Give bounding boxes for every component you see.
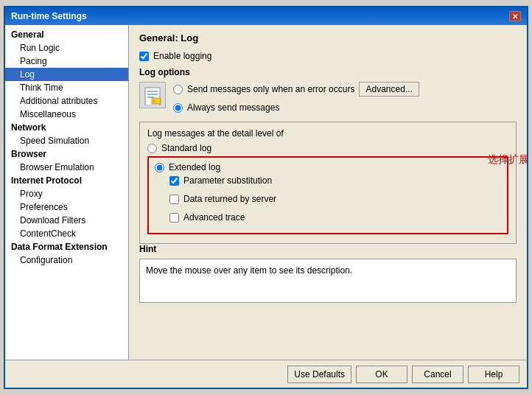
extended-log-box: Extended log Parameter substitution Data… (147, 156, 508, 234)
log-options-row: ! Send messages only when an error occur… (139, 82, 517, 116)
title-bar: Run-time Settings ✕ (5, 7, 527, 25)
sidebar-item-browser-emulation[interactable]: Browser Emulation (5, 161, 128, 174)
main-window: Run-time Settings ✕ General Run Logic Pa… (4, 6, 528, 389)
close-button[interactable]: ✕ (509, 11, 521, 21)
sidebar-item-think-time[interactable]: Think Time (5, 81, 128, 94)
sidebar-item-browser[interactable]: Browser (5, 147, 128, 161)
sidebar-item-run-logic[interactable]: Run Logic (5, 41, 128, 55)
radio-error-only[interactable] (173, 85, 183, 94)
radio-always-label: Always send messages (187, 102, 279, 113)
sidebar-item-speed-simulation[interactable]: Speed Simulation (5, 134, 128, 147)
window-title: Run-time Settings (11, 11, 87, 21)
sidebar-item-general[interactable]: General (5, 28, 128, 41)
sidebar-item-additional-attributes[interactable]: Additional attributes (5, 94, 128, 108)
sidebar-item-download-filters[interactable]: Download Filters (5, 214, 128, 227)
radio-always[interactable] (173, 103, 183, 113)
use-defaults-button[interactable]: Use Defaults (287, 366, 351, 383)
help-button[interactable]: Help (468, 366, 519, 383)
sidebar-item-proxy[interactable]: Proxy (5, 187, 128, 200)
extended-section: Extended log Parameter substitution Data… (147, 156, 508, 234)
advanced-trace-checkbox[interactable] (169, 213, 179, 223)
detail-level-group: Log messages at the detail level of Stan… (139, 122, 517, 244)
standard-log-row: Standard log (147, 143, 508, 153)
radio-extended-log[interactable] (155, 163, 164, 172)
ok-button[interactable]: OK (356, 366, 407, 383)
log-options-radios: Send messages only when an error occurs … (173, 82, 517, 116)
radio-error-only-label: Send messages only when an error occurs (187, 84, 354, 94)
annotation-text: 选择扩展日志,参数替换; (488, 153, 527, 167)
cancel-button[interactable]: Cancel (412, 366, 463, 383)
sidebar-item-data-format-extension[interactable]: Data Format Extension (5, 240, 128, 254)
sidebar-item-pacing[interactable]: Pacing (5, 55, 128, 68)
log-icon: ! (139, 82, 166, 108)
radio-standard-log[interactable] (147, 144, 157, 153)
sidebar: General Run Logic Pacing Log Think Time … (5, 25, 129, 360)
sidebar-item-internet-protocol[interactable]: Internet Protocol (5, 174, 128, 187)
radio-error-only-row: Send messages only when an error occurs … (173, 82, 517, 97)
panel-title: General: Log (139, 32, 517, 43)
standard-log-label: Standard log (161, 143, 211, 153)
sidebar-item-log[interactable]: Log (5, 68, 128, 81)
hint-box: Move the mouse over any item to see its … (139, 259, 517, 303)
advanced-trace-row: Advanced trace (169, 212, 501, 223)
data-returned-checkbox[interactable] (169, 195, 179, 204)
param-sub-checkbox[interactable] (169, 176, 179, 186)
enable-logging-label: Enable logging (153, 51, 211, 61)
content-area: General Run Logic Pacing Log Think Time … (5, 25, 527, 360)
sidebar-item-miscellaneous[interactable]: Miscellaneous (5, 108, 128, 121)
extended-log-row: Extended log (155, 162, 501, 172)
param-sub-row: Parameter substitution (169, 175, 501, 186)
extended-log-label: Extended log (169, 162, 220, 172)
bottom-bar: Use Defaults OK Cancel Help (5, 360, 527, 388)
hint-title: Hint (139, 244, 517, 254)
advanced-button[interactable]: Advanced... (359, 82, 419, 97)
log-options-label: Log options (139, 67, 517, 77)
hint-text: Move the mouse over any item to see its … (146, 265, 352, 276)
data-returned-row: Data returned by server (169, 194, 501, 204)
enable-logging-row: Enable logging (139, 51, 517, 61)
radio-always-row: Always send messages (173, 102, 517, 113)
main-panel: General: Log Enable logging Log options … (129, 25, 527, 360)
hint-section: Hint Move the mouse over any item to see… (139, 244, 517, 303)
param-sub-label: Parameter substitution (183, 175, 272, 186)
detail-level-title: Log messages at the detail level of (147, 128, 508, 139)
advanced-trace-label: Advanced trace (183, 212, 245, 223)
sidebar-item-content-check[interactable]: ContentCheck (5, 227, 128, 240)
sidebar-item-configuration[interactable]: Configuration (5, 254, 128, 267)
data-returned-label: Data returned by server (183, 194, 276, 204)
enable-logging-checkbox[interactable] (139, 52, 149, 61)
extended-options: Parameter substitution Data returned by … (155, 175, 501, 228)
sidebar-item-network[interactable]: Network (5, 121, 128, 134)
sidebar-item-preferences[interactable]: Preferences (5, 200, 128, 214)
